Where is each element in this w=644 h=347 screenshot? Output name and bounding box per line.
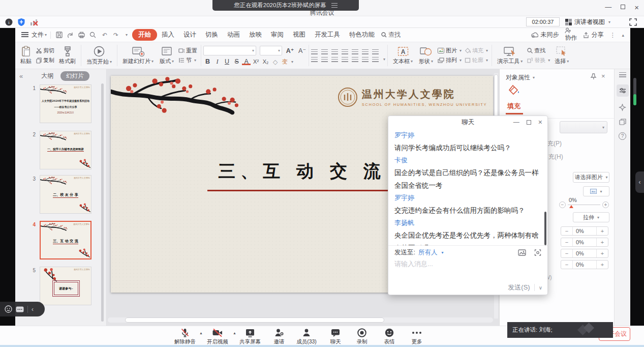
send-image-icon[interactable] [518,249,526,256]
tab-transition[interactable]: 切换 [201,30,223,40]
offset-spinner-4[interactable]: −0%+ [561,260,608,269]
presenter-view-button[interactable]: 演讲者视图 ▾ [565,17,610,26]
text-direction-icon[interactable] [352,49,358,54]
strikethrough-button[interactable]: S [232,58,241,65]
font-name-select[interactable]: ▾ [203,46,256,55]
tab-home[interactable]: 开始 [132,29,157,41]
clear-format-icon[interactable]: ◇ [271,58,280,66]
mic-options-caret[interactable]: ▲ [199,331,203,335]
select-button[interactable]: 选择▾ [551,46,572,65]
align-center-icon[interactable] [321,57,328,62]
plus-button[interactable]: + [597,238,608,246]
tab-outline[interactable]: 大纲 [41,72,53,80]
edge-scrollbar[interactable] [633,78,636,105]
bold-button[interactable]: B [203,58,212,65]
layout-button[interactable]: 版式▾ [157,46,177,65]
invite-button[interactable]: 邀请 [265,328,293,345]
format-painter-button[interactable]: 格式刷 [56,46,79,65]
slider-minus-button[interactable]: − [559,201,566,208]
tab-review[interactable]: 审阅 [266,30,288,40]
justify-icon[interactable] [342,57,348,62]
increase-indent-icon[interactable] [342,49,348,54]
properties-title[interactable]: 对象属性▾ [506,73,535,82]
chat-button[interactable]: 聊天 [321,328,350,345]
slide-thumbnail-4-selected[interactable]: 4 温州大学人文學院 三、互 动 交 流 [15,221,107,259]
collapse-panel-icon[interactable]: « [19,72,23,80]
panel-list-icon[interactable] [619,72,626,77]
slider-plus-button[interactable]: + [602,201,609,208]
pick-picture-button[interactable]: 请选择图片▾ [573,172,609,183]
paragraph-spacing-icon[interactable] [372,57,379,62]
slide-thumbnail-5[interactable]: 5 温州大学人文學院 谢谢参与~ [15,267,107,305]
close-panel-icon[interactable]: × [601,72,605,80]
fullscreen-icon[interactable] [629,18,637,26]
cut-button[interactable]: 剪切 [35,47,56,54]
sync-status[interactable]: 未同步 [531,31,559,39]
collapse-ribbon-icon[interactable]: ▴ [622,33,624,38]
menu-find-button[interactable]: 查找 [381,31,401,39]
hamburger-icon[interactable] [21,32,28,38]
replace-button[interactable]: 替换▾ [526,56,551,64]
start-video-button[interactable]: 开启视频 [203,328,232,345]
distribute-icon[interactable] [352,57,358,62]
panes-icon[interactable] [619,119,626,125]
bullet-list-icon[interactable] [311,49,318,54]
stretch-dropdown[interactable]: 拉伸▾ [573,212,609,222]
unmute-button[interactable]: 解除静音 [171,328,199,345]
watching-banner[interactable]: 您正在观看2020历本2班孙斌的屏幕 [212,0,359,11]
screenshot-icon[interactable] [534,249,541,256]
shapes-button[interactable]: 形状▾ [416,46,436,65]
print-icon[interactable] [78,32,86,38]
chat-maximize-icon[interactable] [527,120,531,125]
input-panel-icon[interactable] [16,306,24,312]
stats-disabled-icon[interactable] [30,18,39,26]
play-from-current-button[interactable]: 当页开始▾ [83,46,115,66]
share-screen-button[interactable]: 共享屏幕 [236,328,264,345]
chevron-down-icon[interactable]: ▾ [441,250,443,255]
minimize-button[interactable]: — [605,3,611,12]
pin-icon[interactable] [590,73,597,80]
tab-slideshow[interactable]: 放映 [244,30,266,40]
print-preview-icon[interactable] [89,32,98,38]
reset-button[interactable]: 重置 [177,47,199,54]
members-button[interactable]: 成员(33) [292,328,321,345]
shrink-font-button[interactable]: A⁻ [298,47,306,54]
restore-button[interactable] [621,5,625,9]
minus-button[interactable]: − [561,238,572,246]
file-menu[interactable]: 文件 [32,31,44,39]
align-left-icon[interactable] [311,57,318,62]
chat-titlebar[interactable]: 聊天 — × [388,116,547,128]
tab-view[interactable]: 视图 [288,30,310,40]
fill-button[interactable]: 填充▾ [463,47,489,54]
chevron-down-icon[interactable]: ▾ [45,33,47,37]
chat-scrollbar[interactable] [544,212,546,245]
presentation-tools-button[interactable]: 演示工具▾ [494,46,526,65]
grow-font-button[interactable]: A⁺ [286,47,294,54]
line-spacing-icon[interactable] [362,57,369,62]
tab-insert[interactable]: 插入 [157,30,179,40]
close-button[interactable]: × [634,3,639,12]
copy-button[interactable]: 复制 [35,56,56,64]
info-icon[interactable]: i [5,18,13,26]
arrange-button[interactable]: 排列▾ [436,56,463,64]
collaborate-button[interactable]: 协作 [565,27,577,42]
font-color-button[interactable]: A [242,58,251,65]
minus-button[interactable]: − [561,261,572,269]
send-button[interactable]: 发送(S) [508,283,530,292]
horizontal-scrollbar[interactable] [108,317,493,323]
plus-button[interactable]: + [597,227,608,235]
italic-button[interactable]: I [213,58,222,66]
fill-tab[interactable]: 填充 [507,102,520,111]
minus-button[interactable]: − [561,227,572,235]
panel-scrollbar[interactable] [101,83,104,322]
slide-thumbnail-3[interactable]: 3 温州大学人文學院 二、校 友 分 享 [15,175,107,214]
save-icon[interactable] [56,32,64,38]
properties-panel-icon-active[interactable] [617,84,629,97]
effects-icon[interactable] [619,104,626,111]
shield-icon[interactable] [17,18,25,26]
tab-design[interactable]: 设计 [179,30,201,40]
chat-minimize-icon[interactable]: — [513,119,519,126]
edge-collapse-tab[interactable]: ‹ [635,171,644,193]
picture-preview-dropdown[interactable]: ▾ [583,186,609,196]
chat-input[interactable] [394,260,506,268]
